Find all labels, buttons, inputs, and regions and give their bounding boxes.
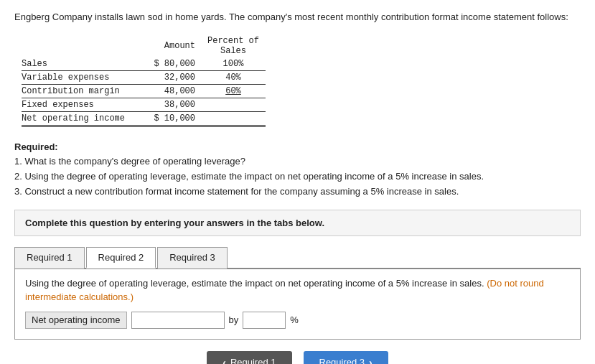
prev-chevron-icon: ‹ <box>222 357 226 364</box>
row-amount: $ 80,000 <box>136 57 201 71</box>
table-row: Sales $ 80,000 100% <box>22 57 266 71</box>
col-header-pct: Percent ofSales <box>201 34 266 57</box>
row-pct: 100% <box>201 57 266 71</box>
row-pct: 40% <box>201 70 266 84</box>
tab-required-3[interactable]: Required 3 <box>157 247 228 269</box>
prev-button[interactable]: ‹ Required 1 <box>207 351 291 364</box>
value-input[interactable] <box>131 312 225 329</box>
required-item-2: 2. Using the degree of operating leverag… <box>14 169 581 185</box>
row-pct <box>201 111 266 126</box>
row-amount: 38,000 <box>136 98 201 111</box>
by-label: by <box>229 314 239 325</box>
required-item-3: 3. Construct a new contribution format i… <box>14 185 581 200</box>
row-label: Variable expenses <box>22 70 136 84</box>
complete-box: Complete this question by entering your … <box>14 210 581 236</box>
tab-description: Using the degree of operating leverage, … <box>25 276 570 304</box>
tabs-row: Required 1 Required 2 Required 3 <box>14 246 581 269</box>
tab-desc-text: Using the degree of operating leverage, … <box>25 278 484 289</box>
row-label: Sales <box>22 57 136 71</box>
row-amount: 32,000 <box>136 70 201 84</box>
table-row: Variable expenses 32,000 40% <box>22 70 266 84</box>
row-amount: $ 10,000 <box>136 111 201 126</box>
income-table: Amount Percent ofSales Sales $ 80,000 10… <box>22 34 266 127</box>
required-title: Required: <box>14 140 581 155</box>
table-row: Net operating income $ 10,000 <box>22 111 266 126</box>
nav-buttons: ‹ Required 1 Required 3 › <box>14 351 581 364</box>
tab-required-2[interactable]: Required 2 <box>86 247 156 269</box>
tab-required-1[interactable]: Required 1 <box>14 247 85 269</box>
required-item-1: 1. What is the company's degree of opera… <box>14 154 581 169</box>
row-pct: 60% <box>201 84 266 98</box>
row-label: Contribution margin <box>22 84 136 98</box>
table-row: Fixed expenses 38,000 <box>22 98 266 111</box>
table-row: Contribution margin 48,000 60% <box>22 84 266 98</box>
col-header-amount: Amount <box>136 34 201 57</box>
next-button[interactable]: Required 3 › <box>304 351 388 364</box>
pct-input[interactable] <box>243 312 286 329</box>
input-row: Net operating income by % <box>25 312 570 329</box>
next-button-label: Required 3 <box>319 357 365 364</box>
prev-button-label: Required 1 <box>230 357 276 364</box>
intro-text: Engberg Company installs lawn sod in hom… <box>14 10 581 24</box>
pct-symbol: % <box>290 314 299 325</box>
tab-content: Using the degree of operating leverage, … <box>14 269 581 340</box>
next-chevron-icon: › <box>369 357 373 364</box>
required-section: Required: 1. What is the company's degre… <box>14 140 581 200</box>
row-amount: 48,000 <box>136 84 201 98</box>
row-label: Net operating income <box>22 111 136 126</box>
row-pct <box>201 98 266 111</box>
complete-box-text: Complete this question by entering your … <box>25 218 324 228</box>
input-label: Net operating income <box>25 312 127 329</box>
row-label: Fixed expenses <box>22 98 136 111</box>
